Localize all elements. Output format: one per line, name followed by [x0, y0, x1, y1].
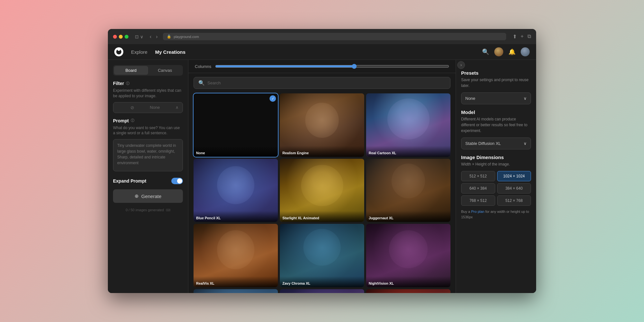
columns-bar: Columns [188, 60, 456, 73]
filter-select-dropdown[interactable]: ⊘ None ∧ [113, 102, 183, 113]
dim-640x384[interactable]: 640 × 384 [461, 183, 495, 194]
filter-selected-value: None [150, 105, 160, 110]
presets-description: Save your settings and prompt to reuse l… [461, 77, 531, 89]
filter-label-blue-pencil: Blue Pencil XL [194, 211, 278, 222]
filter-label-realism-engine: Realism Engine [280, 146, 364, 157]
dim-512x768[interactable]: 512 × 768 [497, 195, 531, 206]
top-nav-right: 🔍 🔔 [482, 47, 530, 56]
filter-help-icon[interactable]: ⓘ [126, 81, 129, 86]
filter-item-mbbxl[interactable]: MBBXL [366, 289, 450, 293]
search-bar: 🔍 [194, 77, 450, 89]
preset-chevron-icon: ∨ [524, 96, 527, 101]
filter-section: Filter ⓘ Experiment with different style… [113, 81, 183, 113]
app-content: Explore My Creations 🔍 🔔 Board Canvas Fi… [108, 44, 536, 293]
chevron-up-icon: ∧ [175, 105, 179, 110]
prompt-description: What do you want to see? You can use a s… [113, 125, 183, 136]
top-nav: Explore My Creations 🔍 🔔 [108, 44, 536, 60]
filter-item-dreamshaper[interactable]: Dreamshaper [280, 289, 364, 293]
back-button[interactable]: ‹ [148, 33, 153, 40]
filter-item-none[interactable]: ✓ None [194, 93, 278, 157]
filter-label-starlight: Starlight XL Animated [280, 211, 364, 222]
center-panel: Columns 🔍 ✓ None [188, 60, 456, 293]
columns-slider[interactable] [215, 64, 449, 69]
dim-1024x1024[interactable]: 1024 × 1024 [497, 171, 531, 181]
generate-label: Generate [141, 194, 162, 199]
minimize-button[interactable] [119, 35, 123, 39]
user-avatar[interactable] [521, 47, 530, 56]
left-panel: Board Canvas Filter ⓘ Experiment with di… [108, 60, 188, 293]
right-panel: › Presets Save your settings and prompt … [456, 60, 536, 293]
expand-prompt-toggle[interactable] [171, 178, 183, 184]
canvas-toggle-button[interactable]: Canvas [148, 66, 182, 75]
dim-768x512[interactable]: 768 × 512 [461, 195, 495, 206]
tabs-icon[interactable]: ⊡ ∨ [135, 34, 143, 39]
close-button[interactable] [113, 35, 117, 39]
prompt-title: Prompt ⓘ [113, 118, 183, 123]
maximize-button[interactable] [125, 35, 128, 39]
filter-item-realvis[interactable]: RealVis XL [194, 224, 278, 287]
filter-label-real-cartoon: Real Cartoon XL [366, 146, 450, 157]
filter-item-nightvision[interactable]: NightVision XL [366, 224, 450, 287]
filter-item-starlight[interactable]: Starlight XL Animated [280, 159, 364, 222]
generation-count: 0 / 50 images generated ⌨ [113, 208, 183, 212]
model-chevron-icon: ∨ [524, 141, 527, 146]
filter-item-realism-engine[interactable]: Realism Engine [280, 93, 364, 157]
filter-item-real-cartoon[interactable]: Real Cartoon XL [366, 93, 450, 157]
filter-item-blue-pencil[interactable]: Blue Pencil XL [194, 159, 278, 222]
model-description: Different AI models can produce differen… [461, 116, 531, 134]
image-dimensions-description: Width × Height of the image. [461, 161, 531, 167]
search-bar-icon: 🔍 [198, 80, 205, 86]
filter-title: Filter ⓘ [113, 81, 183, 86]
image-dimensions-title: Image Dimensions [461, 155, 531, 160]
model-title: Model [461, 109, 531, 115]
new-tab-icon[interactable]: + [521, 33, 524, 40]
generation-count-text: 0 / 50 images generated [126, 208, 164, 212]
generate-button[interactable]: ⊕ Generate [113, 189, 183, 203]
forward-button[interactable]: › [155, 33, 159, 40]
dim-512x512[interactable]: 512 × 512 [461, 171, 495, 181]
search-icon-button[interactable]: 🔍 [482, 48, 489, 55]
filter-description: Experiment with different styles that ca… [113, 88, 183, 99]
address-bar[interactable]: 🔒 playground.com [163, 33, 506, 40]
my-creations-nav-link[interactable]: My Creations [155, 49, 185, 55]
filter-item-zavy[interactable]: Zavy Chroma XL [280, 224, 364, 287]
model-section: Model Different AI models can produce di… [461, 109, 531, 149]
image-dimensions-section: Image Dimensions Width × Height of the i… [461, 155, 531, 220]
explore-nav-link[interactable]: Explore [131, 49, 147, 55]
notifications-icon-button[interactable]: 🔔 [508, 48, 516, 55]
filter-label-realvis: RealVis XL [194, 276, 278, 287]
filter-label-none: None [194, 146, 278, 157]
copy-icon[interactable]: ⧉ [527, 33, 531, 40]
preset-select-dropdown[interactable]: None ∨ [461, 92, 531, 104]
columns-label: Columns [195, 64, 211, 69]
share-icon[interactable]: ⬆ [513, 33, 517, 40]
dim-384x640[interactable]: 384 × 640 [497, 183, 531, 194]
avatar-icon[interactable] [494, 47, 503, 56]
filter-item-juggernaut[interactable]: Juggernaut XL [366, 159, 450, 222]
filter-label-juggernaut: Juggernaut XL [366, 211, 450, 222]
board-toggle-button[interactable]: Board [114, 66, 148, 75]
plus-circle-icon: ⊕ [135, 193, 139, 199]
collapse-panel-button[interactable]: › [457, 61, 465, 69]
url-text: playground.com [174, 35, 199, 39]
dimensions-grid: 512 × 512 1024 × 1024 640 × 384 384 × 64… [461, 171, 531, 206]
model-selected-value: Stable Diffusion XL [465, 141, 501, 146]
pro-plan-note: Buy a Pro plan for any width or height u… [461, 209, 531, 220]
ban-icon: ⊘ [130, 105, 134, 110]
expand-prompt-label: Expand Prompt [113, 178, 146, 184]
view-toggle: Board Canvas [113, 65, 183, 76]
browser-nav: ‹ › [148, 33, 159, 40]
browser-chrome: ⊡ ∨ ‹ › 🔒 playground.com ⬆ + ⧉ [108, 29, 536, 44]
prompt-help-icon[interactable]: ⓘ [131, 118, 134, 123]
browser-actions: ⬆ + ⧉ [513, 33, 531, 40]
filter-grid: ✓ None Realism Engine [194, 93, 450, 293]
presets-title: Presets [461, 70, 531, 76]
prompt-textarea[interactable] [113, 139, 183, 171]
filter-item-realistic-stock[interactable]: Realistic Stock Photo [194, 289, 278, 293]
filter-grid-area: 🔍 ✓ None [188, 73, 456, 293]
model-select-dropdown[interactable]: Stable Diffusion XL ∨ [461, 137, 531, 149]
pro-plan-link[interactable]: Pro plan [471, 210, 484, 213]
search-input[interactable] [207, 80, 446, 85]
expand-prompt-row: Expand Prompt [113, 178, 183, 184]
logo [114, 47, 123, 56]
